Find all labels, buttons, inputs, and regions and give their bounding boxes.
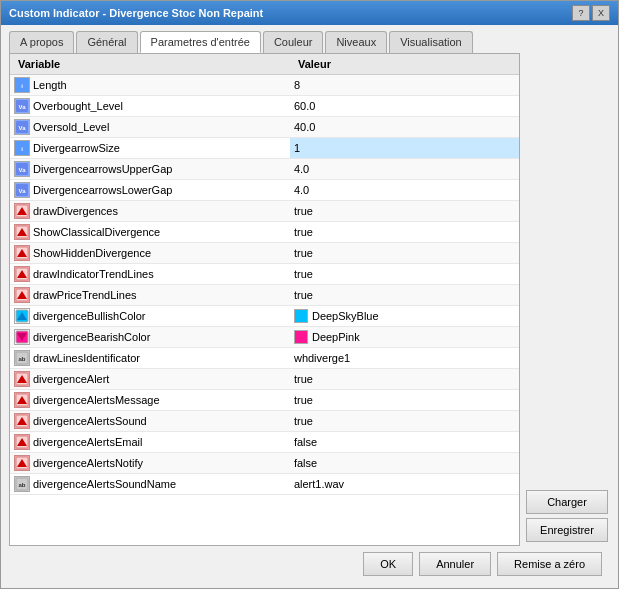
row-icon-ab: ab bbox=[14, 476, 30, 492]
value-text: 40.0 bbox=[294, 121, 315, 133]
variable-cell[interactable]: VaOversold_Level bbox=[10, 117, 290, 138]
svg-text:ab: ab bbox=[18, 356, 25, 362]
tab-général[interactable]: Général bbox=[76, 31, 137, 53]
variable-name: divergenceBullishColor bbox=[33, 310, 146, 322]
tab-niveaux[interactable]: Niveaux bbox=[325, 31, 387, 53]
row-icon-div bbox=[14, 455, 30, 471]
annuler-button[interactable]: Annuler bbox=[419, 552, 491, 576]
row-icon-val: Va bbox=[14, 98, 30, 114]
value-cell[interactable]: alert1.wav bbox=[290, 474, 519, 495]
help-button[interactable]: ? bbox=[572, 5, 590, 21]
ok-button[interactable]: OK bbox=[363, 552, 413, 576]
svg-text:Va: Va bbox=[18, 104, 26, 110]
right-panel: Charger Enregistrer bbox=[520, 53, 610, 546]
variable-cell[interactable]: drawDivergences bbox=[10, 201, 290, 222]
row-icon-div bbox=[14, 203, 30, 219]
table-row: divergenceBearishColorDeepPink bbox=[10, 327, 519, 348]
variable-cell[interactable]: divergenceAlertsMessage bbox=[10, 390, 290, 411]
table-row: divergenceAlertsSoundtrue bbox=[10, 411, 519, 432]
value-text: true bbox=[294, 415, 313, 427]
content-row: Variable Valeur iLength8VaOverbought_Lev… bbox=[9, 53, 610, 546]
variable-name: divergenceAlertsEmail bbox=[33, 436, 142, 448]
row-icon-ab: ab bbox=[14, 350, 30, 366]
main-window: Custom Indicator - Divergence Stoc Non R… bbox=[0, 0, 619, 589]
value-text: 8 bbox=[294, 79, 300, 91]
variable-cell[interactable]: VaOverbought_Level bbox=[10, 96, 290, 117]
value-cell[interactable]: true bbox=[290, 411, 519, 432]
variable-cell[interactable]: divergenceAlertsSound bbox=[10, 411, 290, 432]
value-cell[interactable]: false bbox=[290, 432, 519, 453]
value-cell[interactable]: DeepPink bbox=[290, 327, 519, 348]
charger-button[interactable]: Charger bbox=[526, 490, 608, 514]
variable-cell[interactable]: iLength bbox=[10, 75, 290, 96]
row-icon-div bbox=[14, 371, 30, 387]
value-text: true bbox=[294, 289, 313, 301]
value-cell[interactable]: true bbox=[290, 243, 519, 264]
value-cell[interactable]: whdiverge1 bbox=[290, 348, 519, 369]
variable-cell[interactable]: divergenceAlert bbox=[10, 369, 290, 390]
value-text: 60.0 bbox=[294, 100, 315, 112]
bottom-bar: OK Annuler Remise a zéro bbox=[9, 546, 610, 580]
value-cell[interactable]: 4.0 bbox=[290, 159, 519, 180]
table-row: drawDivergencestrue bbox=[10, 201, 519, 222]
value-cell[interactable]: DeepSkyBlue bbox=[290, 306, 519, 327]
table-row: VaDivergencearrowsUpperGap4.0 bbox=[10, 159, 519, 180]
variable-cell[interactable]: divergenceAlertsEmail bbox=[10, 432, 290, 453]
value-cell[interactable]: true bbox=[290, 390, 519, 411]
table-row: ShowClassicalDivergencetrue bbox=[10, 222, 519, 243]
variable-name: ShowClassicalDivergence bbox=[33, 226, 160, 238]
table-row: divergenceAlertsMessagetrue bbox=[10, 390, 519, 411]
enregistrer-button[interactable]: Enregistrer bbox=[526, 518, 608, 542]
variable-cell[interactable]: abdivergenceAlertsSoundName bbox=[10, 474, 290, 495]
tab-couleur[interactable]: Couleur bbox=[263, 31, 324, 53]
variable-cell[interactable]: divergenceAlertsNotify bbox=[10, 453, 290, 474]
value-cell[interactable]: true bbox=[290, 369, 519, 390]
variable-name: divergenceBearishColor bbox=[33, 331, 150, 343]
variable-name: ShowHiddenDivergence bbox=[33, 247, 151, 259]
variable-cell[interactable]: drawIndicatorTrendLines bbox=[10, 264, 290, 285]
table-row: iLength8 bbox=[10, 75, 519, 96]
tab-apropos[interactable]: A propos bbox=[9, 31, 74, 53]
variable-cell[interactable]: VaDivergencearrowsUpperGap bbox=[10, 159, 290, 180]
variable-cell[interactable]: ShowClassicalDivergence bbox=[10, 222, 290, 243]
remise-button[interactable]: Remise a zéro bbox=[497, 552, 602, 576]
value-cell[interactable]: 60.0 bbox=[290, 96, 519, 117]
variable-cell[interactable]: divergenceBullishColor bbox=[10, 306, 290, 327]
title-bar-buttons: ? X bbox=[572, 5, 610, 21]
tab-parametresd'entrée[interactable]: Parametres d'entrée bbox=[140, 31, 261, 53]
variable-name: DivergencearrowsLowerGap bbox=[33, 184, 172, 196]
value-cell[interactable]: true bbox=[290, 222, 519, 243]
value-cell[interactable]: 1 bbox=[290, 138, 519, 159]
row-icon-val: Va bbox=[14, 182, 30, 198]
value-cell[interactable]: 40.0 bbox=[290, 117, 519, 138]
tab-content: Variable Valeur iLength8VaOverbought_Lev… bbox=[9, 53, 520, 546]
value-cell[interactable]: true bbox=[290, 264, 519, 285]
variable-name: divergenceAlertsMessage bbox=[33, 394, 160, 406]
value-cell[interactable]: 8 bbox=[290, 75, 519, 96]
variable-cell[interactable]: abdrawLinesIdentificator bbox=[10, 348, 290, 369]
variable-cell[interactable]: VaDivergencearrowsLowerGap bbox=[10, 180, 290, 201]
variable-name: Length bbox=[33, 79, 67, 91]
close-button[interactable]: X bbox=[592, 5, 610, 21]
variable-cell[interactable]: ShowHiddenDivergence bbox=[10, 243, 290, 264]
row-icon-int: i bbox=[14, 140, 30, 156]
value-cell[interactable]: true bbox=[290, 285, 519, 306]
value-cell[interactable]: false bbox=[290, 453, 519, 474]
variable-cell[interactable]: divergenceBearishColor bbox=[10, 327, 290, 348]
row-icon-color_bull bbox=[14, 308, 30, 324]
tab-visualisation[interactable]: Visualisation bbox=[389, 31, 473, 53]
variable-name: drawPriceTrendLines bbox=[33, 289, 137, 301]
variable-cell[interactable]: iDivergearrowSize bbox=[10, 138, 290, 159]
title-bar: Custom Indicator - Divergence Stoc Non R… bbox=[1, 1, 618, 25]
value-cell[interactable]: 4.0 bbox=[290, 180, 519, 201]
value-text: 4.0 bbox=[294, 163, 309, 175]
svg-text:ab: ab bbox=[18, 482, 25, 488]
svg-text:Va: Va bbox=[18, 167, 26, 173]
value-cell[interactable]: true bbox=[290, 201, 519, 222]
value-text: DeepPink bbox=[312, 331, 360, 343]
variable-cell[interactable]: drawPriceTrendLines bbox=[10, 285, 290, 306]
table-row: iDivergearrowSize1 bbox=[10, 138, 519, 159]
row-icon-div bbox=[14, 434, 30, 450]
window-title: Custom Indicator - Divergence Stoc Non R… bbox=[9, 7, 263, 19]
row-icon-color_bear bbox=[14, 329, 30, 345]
